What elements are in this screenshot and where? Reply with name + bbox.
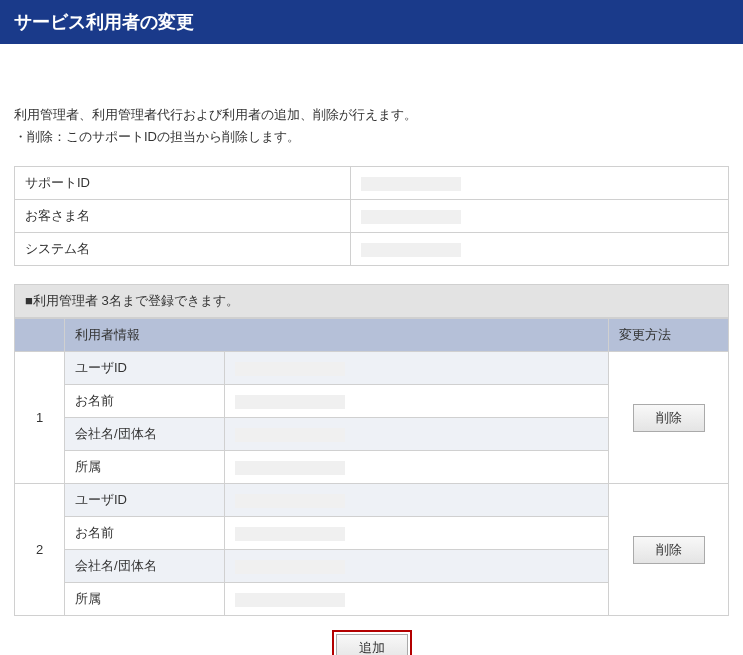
page-header: サービス利用者の変更: [0, 0, 743, 44]
add-button-highlight: 追加: [332, 630, 412, 655]
content-area: 利用管理者、利用管理者代行および利用者の追加、削除が行えます。 ・削除：このサポ…: [0, 44, 743, 655]
action-cell: 削除: [609, 484, 729, 616]
system-name-value: [350, 233, 728, 266]
add-button[interactable]: 追加: [336, 634, 408, 655]
col-header-action: 変更方法: [609, 319, 729, 352]
field-label-dept: 所属: [65, 451, 225, 484]
page-title: サービス利用者の変更: [14, 12, 194, 32]
field-value-userid: [225, 484, 609, 517]
field-value-dept: [225, 583, 609, 616]
field-value-dept: [225, 451, 609, 484]
field-label-company: 会社名/団体名: [65, 550, 225, 583]
info-table: サポートID お客さま名 システム名: [14, 166, 729, 266]
customer-name-label: お客さま名: [15, 200, 351, 233]
description-line1: 利用管理者、利用管理者代行および利用者の追加、削除が行えます。: [14, 104, 729, 126]
description-block: 利用管理者、利用管理者代行および利用者の追加、削除が行えます。 ・削除：このサポ…: [14, 104, 729, 148]
field-value-name: [225, 517, 609, 550]
action-cell: 削除: [609, 352, 729, 484]
col-header-num: [15, 319, 65, 352]
field-value-company: [225, 550, 609, 583]
field-label-company: 会社名/団体名: [65, 418, 225, 451]
field-label-name: お名前: [65, 517, 225, 550]
field-label-dept: 所属: [65, 583, 225, 616]
description-line2: ・削除：このサポートIDの担当から削除します。: [14, 126, 729, 148]
delete-button[interactable]: 削除: [633, 536, 705, 564]
delete-button[interactable]: 削除: [633, 404, 705, 432]
field-label-userid: ユーザID: [65, 484, 225, 517]
customer-name-value: [350, 200, 728, 233]
field-label-name: お名前: [65, 385, 225, 418]
support-id-value: [350, 167, 728, 200]
support-id-label: サポートID: [15, 167, 351, 200]
system-name-label: システム名: [15, 233, 351, 266]
field-value-name: [225, 385, 609, 418]
field-value-userid: [225, 352, 609, 385]
user-row-num: 1: [15, 352, 65, 484]
section-header: ■利用管理者 3名まで登録できます。: [14, 284, 729, 318]
add-row: 追加: [14, 616, 729, 655]
field-value-company: [225, 418, 609, 451]
user-table: 利用者情報 変更方法 1 ユーザID 削除 お名前 会社名/団体名 所属 2 ユ: [14, 318, 729, 616]
field-label-userid: ユーザID: [65, 352, 225, 385]
col-header-info: 利用者情報: [65, 319, 609, 352]
user-row-num: 2: [15, 484, 65, 616]
